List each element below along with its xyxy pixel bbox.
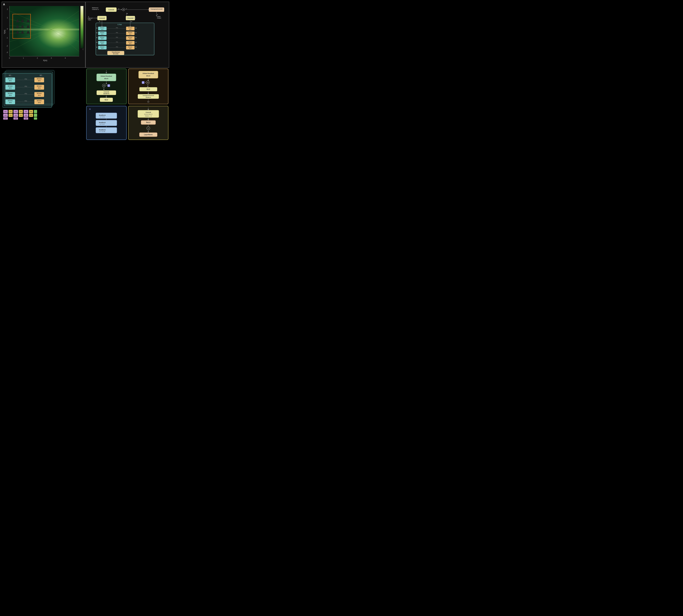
svg-text:TFE: TFE [19,115,22,116]
svg-text:+: + [148,101,149,103]
svg-text:DConv: DConv [128,41,132,43]
svg-text:CE2: CE2 [15,115,17,116]
svg-text:EC...: EC... [9,74,13,76]
svg-text:Y: Y [157,14,158,16]
svg-text:Conv1d: Conv1d [104,91,109,93]
dilated-block-decoder: Dilated Residual Block E ε ⊗ [128,69,169,104]
svg-text:Input: Input [88,19,91,21]
svg-text:TFE: TFE [30,111,32,112]
svg-text:W: W [135,37,137,39]
svg-text:S=4: S=4 [129,38,131,40]
svg-text:⊗: ⊗ [123,8,124,10]
svg-text:-2: -2 [6,45,8,47]
svg-text:skip: skip [116,32,118,33]
svg-text:TFE: TFE [9,111,12,112]
svg-text:DConv: DConv [128,37,132,38]
svg-text:S=2: S=2 [129,34,131,35]
svg-text:Aligned: Aligned [88,17,92,19]
svg-text:Block: Block [146,75,150,77]
svg-text:S=2: S=2 [38,80,41,82]
svg-text:Xᵃ: Xᵃ [99,21,101,22]
svg-text:W: W [135,32,137,34]
panel-top-left: A [2,2,85,68]
svg-text:S=4: S=4 [101,48,104,49]
svg-text:TFE: TFE [19,111,22,112]
svg-text:1: 1 [7,17,8,19]
svg-text:Kernel Size=S: Kernel Size=S [144,113,152,115]
svg-text:Stride=S: Stride=S [104,93,109,94]
svg-text:skip: skip [116,46,118,47]
svg-text:X(m): X(m) [43,59,47,62]
svg-text:K=7  D=7: K=7 D=7 [100,124,105,125]
svg-text:ResBlock: ResBlock [99,114,106,116]
svg-text:EConv: EConv [8,78,13,80]
svg-text:Dilated Residual: Dilated Residual [101,75,112,77]
svg-text:0: 0 [7,28,8,30]
svg-text:DC...: DC... [40,74,43,76]
svg-text:DConv: DConv [128,46,132,48]
svg-text:ε: ε [107,84,107,86]
svg-marker-149 [103,89,105,90]
svg-text:0: 0 [9,57,10,59]
svg-text:S=4: S=4 [9,94,12,96]
main-container: A [0,0,171,142]
svg-text:S=4: S=4 [38,102,41,104]
panel-bottom-right: Dilated Residual Block ⊗ ε E [86,69,169,140]
svg-text:skip: skip [24,93,27,94]
svg-text:CE1: CE1 [4,118,7,119]
panel-bottom: EC... DC... EConv S=2 skip DConv S=2 ECo… [2,68,169,141]
svg-text:DConv: DConv [37,92,42,94]
svg-text:W: W [96,27,97,29]
svg-text:CE3: CE3 [25,118,27,119]
svg-text:W: W [96,42,97,43]
svg-text:Xᵇ: Xᵇ [131,21,132,22]
svg-text:EConv: EConv [100,46,104,48]
svg-text:skip: skip [116,41,118,43]
svg-text:skip: skip [24,100,27,102]
plot-bg [9,6,79,56]
svg-text:TFE: TFE [30,115,32,116]
svg-text:S=4: S=4 [129,48,131,49]
svg-text:⊗: ⊗ [147,82,149,84]
svg-text:CE1: CE1 [4,111,7,112]
svg-text:S=2: S=2 [9,80,12,82]
svg-text:CE3: CE3 [25,115,27,116]
svg-text:1: 1 [23,57,24,59]
svg-text:ResBlock: ResBlock [99,129,106,131]
svg-text:TFE: TFE [9,115,12,116]
svg-text:EConv: EConv [8,100,13,102]
svg-marker-181 [148,109,149,110]
svg-text:W: W [96,32,97,34]
svg-marker-163 [147,86,149,87]
svg-text:EConv: EConv [8,85,13,87]
svg-text:S=4: S=4 [101,43,104,44]
svg-text:Channel X₀: Channel X₀ [92,8,99,10]
svg-text:(: ( [83,48,84,50]
svg-marker-140 [106,72,107,73]
conv1d-detail-panel: Conv1d Kernel Size=S Dilation = D ReLU + [128,106,169,140]
svg-text:GLU: GLU [105,99,108,101]
svg-text:Dilation = D: Dilation = D [145,115,152,117]
svg-text:...: ... [9,118,11,119]
svg-text:Conv1d: Conv1d [108,9,114,10]
svg-text:CE3: CE3 [25,111,27,112]
svg-text:EConv: EConv [100,32,104,33]
svg-text:CE2: CE2 [15,118,17,119]
resblock-panel: E ResBlock K=7 D=1 ResBlock K=7 D=7 ResB… [86,106,127,140]
svg-text:M: M [127,13,128,15]
svg-text:S=4: S=4 [129,43,131,44]
svg-text:X: X [88,16,89,18]
svg-text:W: W [96,37,97,39]
green1-r2 [34,114,37,117]
svg-text:S=2: S=2 [38,87,41,89]
svg-text:U-Net: U-Net [117,24,122,25]
svg-marker-186 [148,119,149,120]
svg-text:-1: -1 [6,37,8,39]
svg-text:K=7  D=1: K=7 D=1 [100,116,105,118]
svg-text:LayerNorm: LayerNorm [144,134,153,135]
svg-text:S=2: S=2 [9,87,12,89]
panel-bottom-left: EC... DC... EConv S=2 skip DConv S=2 ECo… [2,69,85,140]
svg-text:...: ... [20,118,21,119]
svg-text:2: 2 [7,8,8,10]
green1-r1 [34,110,37,113]
